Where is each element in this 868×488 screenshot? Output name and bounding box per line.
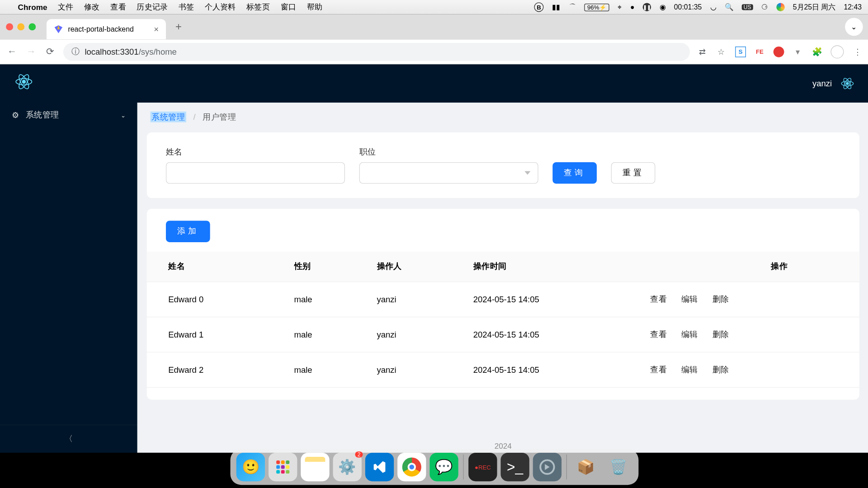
dock-quicktime[interactable] (533, 453, 561, 481)
siri-icon[interactable] (776, 3, 784, 11)
chevron-left-icon: 〈 (65, 434, 73, 443)
dock-chrome[interactable] (397, 453, 426, 481)
cell-name: Edward 0 (147, 282, 282, 317)
ime-indicator[interactable]: US (742, 4, 753, 10)
menu-help[interactable]: 帮助 (307, 2, 322, 13)
menu-view[interactable]: 查看 (110, 2, 126, 13)
stop-icon[interactable]: ◉ (660, 3, 665, 11)
status-icon[interactable]: ▮▮ (552, 3, 560, 11)
name-label: 姓名 (166, 147, 345, 158)
breadcrumb-parent[interactable]: 系统管理 (151, 112, 186, 122)
dock-settings[interactable]: ⚙️2 (333, 453, 362, 481)
tab-dropdown[interactable]: ⌄ (845, 18, 863, 36)
app-menu[interactable]: Chrome (18, 3, 47, 12)
dock-trash[interactable]: 🗑️ (604, 453, 632, 481)
menu-file[interactable]: 文件 (58, 2, 73, 13)
breadcrumb-separator: / (193, 112, 196, 122)
dock-notes[interactable] (301, 453, 329, 481)
cell-optime: 2024-05-15 14:05 (461, 282, 638, 317)
sidebar-collapse-toggle[interactable]: 〈 (0, 425, 137, 453)
view-link[interactable]: 查看 (650, 294, 667, 305)
maximize-window[interactable] (28, 23, 36, 30)
browser-toolbar: ← → ⟳ ⓘ localhost:3301/sys/home ⇄ ☆ S FE… (0, 39, 868, 64)
dock-finder[interactable]: 🙂 (236, 453, 265, 481)
delete-link[interactable]: 删除 (712, 329, 729, 340)
position-select[interactable] (359, 162, 538, 184)
new-tab-button[interactable]: + (171, 21, 187, 33)
edit-link[interactable]: 编辑 (681, 329, 698, 340)
control-center-icon[interactable]: ⚆ (761, 3, 768, 11)
menu-profile[interactable]: 个人资料 (205, 2, 236, 13)
dock-vscode[interactable] (365, 453, 394, 481)
edit-link[interactable]: 编辑 (681, 294, 698, 305)
svg-point-0 (22, 80, 25, 83)
menu-bookmarks[interactable]: 书签 (179, 2, 194, 13)
menu-history[interactable]: 历史记录 (137, 2, 168, 13)
bookmark-icon[interactable]: ☆ (716, 46, 727, 57)
macos-menubar: Chrome 文件 修改 查看 历史记录 书签 个人资料 标签页 窗口 帮助 B… (0, 0, 868, 14)
forward-button[interactable]: → (25, 46, 37, 57)
table-row: Edward 0 male yanzi 2024-05-15 14:05 查看 … (147, 282, 859, 317)
th-name: 姓名 (147, 252, 282, 282)
reset-button[interactable]: 重置 (611, 162, 656, 184)
wifi-icon[interactable]: ◡ (710, 3, 716, 11)
url-path: /sys/home (139, 47, 177, 56)
minimize-window[interactable] (17, 23, 24, 30)
chrome-menu-icon[interactable]: ⋮ (852, 46, 863, 57)
pause-icon[interactable]: ❚❚ (643, 3, 651, 11)
extensions-icon[interactable]: 🧩 (811, 46, 822, 57)
extension-icon[interactable]: FE (754, 46, 765, 57)
delete-link[interactable]: 删除 (712, 365, 729, 375)
user-table: 姓名 性别 操作人 操作时间 操作 Edward 0 male yanzi 20… (147, 252, 859, 388)
dock-terminal[interactable]: >_ (500, 453, 529, 481)
sidebar: ⚙ 系统管理 ⌄ 〈 (0, 103, 137, 453)
vite-favicon-icon (54, 24, 63, 34)
breadcrumb: 系统管理 / 用户管理 (147, 112, 859, 123)
breadcrumb-current: 用户管理 (203, 112, 236, 122)
dock-wechat[interactable]: 💬 (429, 453, 458, 481)
chevron-down-icon: ⌄ (121, 112, 126, 119)
menu-window[interactable]: 窗口 (281, 2, 296, 13)
menu-tabs[interactable]: 标签页 (246, 2, 269, 13)
record-icon[interactable]: ● (630, 3, 635, 11)
browser-tab-strip: react-portal-backend × + ⌄ (0, 14, 868, 39)
dock-launchpad[interactable] (269, 453, 297, 481)
view-link[interactable]: 查看 (650, 365, 667, 375)
view-link[interactable]: 查看 (650, 329, 667, 340)
extension-icon[interactable] (774, 46, 784, 57)
user-area[interactable]: yanzi (812, 76, 854, 91)
cell-operator: yanzi (365, 352, 461, 387)
tab-title: react-portal-backend (68, 25, 133, 33)
extension-icon[interactable]: S (735, 46, 746, 57)
status-icon[interactable]: B (534, 2, 544, 12)
svg-point-4 (846, 82, 849, 84)
site-info-icon[interactable]: ⓘ (71, 46, 80, 57)
dock-screencap[interactable]: ●REC (468, 453, 497, 481)
address-bar[interactable]: ⓘ localhost:3301/sys/home (63, 42, 690, 61)
query-button[interactable]: 查询 (552, 162, 597, 184)
close-window[interactable] (6, 23, 13, 30)
browser-tab[interactable]: react-portal-backend × (47, 19, 166, 39)
edit-link[interactable]: 编辑 (681, 365, 698, 375)
extension-icon[interactable]: ▾ (793, 46, 803, 57)
delete-link[interactable]: 删除 (712, 294, 729, 305)
status-icon[interactable]: ⌒ (569, 2, 576, 12)
profile-avatar[interactable] (830, 45, 844, 58)
spotlight-icon[interactable]: 🔍 (725, 3, 734, 11)
battery-status[interactable]: 96% ⚡ (584, 3, 609, 11)
translate-icon[interactable]: ⇄ (697, 46, 708, 57)
time[interactable]: 12:43 (844, 3, 862, 11)
date[interactable]: 5月25日 周六 (793, 2, 835, 12)
sidebar-item-system[interactable]: ⚙ 系统管理 ⌄ (0, 103, 137, 127)
add-button[interactable]: 添加 (166, 221, 210, 242)
cell-operator: yanzi (365, 317, 461, 352)
dock-downloads[interactable]: 📦 (572, 453, 600, 481)
bluetooth-icon[interactable]: ⌖ (618, 3, 622, 11)
back-button[interactable]: ← (6, 46, 18, 57)
menu-edit[interactable]: 修改 (84, 2, 99, 13)
close-tab-icon[interactable]: × (154, 24, 159, 34)
name-input[interactable] (166, 162, 345, 184)
react-logo-icon (14, 72, 33, 95)
url-host: localhost:3301 (85, 47, 138, 56)
reload-button[interactable]: ⟳ (44, 46, 56, 57)
